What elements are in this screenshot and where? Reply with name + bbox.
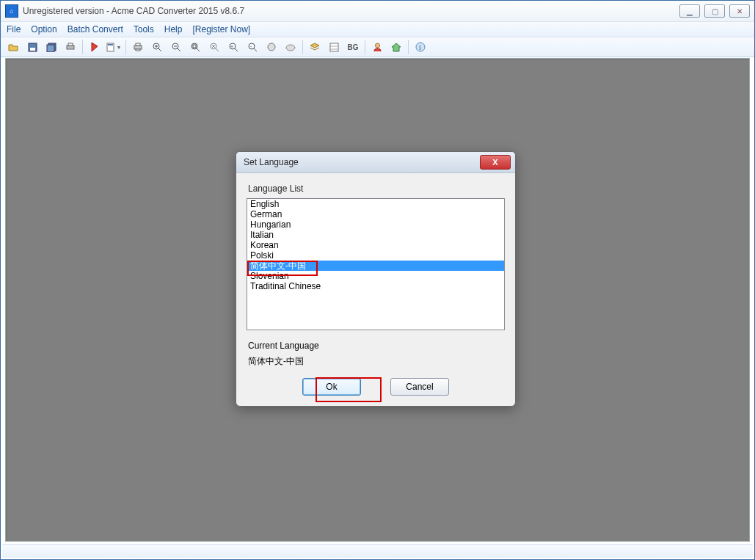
svg-line-24 [235, 48, 238, 51]
svg-line-19 [197, 48, 200, 51]
dialog-title: Set Language [244, 157, 480, 167]
language-option[interactable]: 简体中文-中国 [247, 261, 504, 271]
save-icon[interactable] [23, 38, 41, 56]
bg-label-icon[interactable]: BG [344, 38, 362, 56]
svg-point-18 [192, 43, 197, 49]
dialog-titlebar[interactable]: Set Language X [236, 152, 515, 173]
svg-text:-: - [250, 43, 252, 48]
window-title: Unregistered version - Acme CAD Converte… [23, 6, 679, 16]
svg-rect-20 [193, 45, 196, 48]
menu-help[interactable]: Help [164, 24, 183, 34]
background-icon[interactable] [325, 38, 343, 56]
printer-icon[interactable] [129, 38, 147, 56]
zoom-out2-icon[interactable]: - [244, 38, 261, 56]
svg-point-29 [268, 43, 275, 51]
dialog-close-button[interactable]: X [480, 155, 511, 170]
layers-icon[interactable] [306, 38, 324, 56]
language-option[interactable]: English [247, 199, 504, 209]
home-icon[interactable] [387, 38, 405, 56]
svg-line-12 [158, 48, 161, 51]
open-icon[interactable] [4, 38, 22, 56]
svg-rect-5 [68, 43, 73, 46]
svg-rect-10 [136, 49, 140, 51]
svg-rect-8 [134, 46, 142, 49]
language-listbox[interactable]: EnglishGermanHungarianItalianKoreanPolsk… [247, 198, 505, 330]
svg-rect-9 [136, 43, 140, 46]
language-option[interactable]: Polski [247, 250, 504, 261]
language-option[interactable]: Slovenian [247, 271, 504, 281]
zoom-out-icon[interactable] [167, 38, 185, 56]
svg-rect-1 [30, 48, 35, 51]
app-icon: ⌂ [5, 4, 18, 18]
close-button[interactable]: ✕ [729, 4, 750, 18]
menu-option[interactable]: Option [31, 24, 56, 34]
svg-line-27 [254, 48, 257, 51]
svg-point-30 [286, 45, 295, 51]
print-icon[interactable] [62, 38, 79, 56]
export-dropdown-icon[interactable]: ▼ [105, 38, 123, 56]
svg-point-34 [375, 43, 379, 48]
save-all-icon[interactable] [43, 38, 60, 56]
language-option[interactable]: Italian [247, 230, 504, 240]
cloud-icon[interactable] [282, 38, 299, 56]
current-language-value: 简体中文-中国 [248, 355, 505, 368]
current-language-label: Current Language [248, 341, 505, 351]
svg-rect-31 [330, 43, 338, 51]
svg-rect-7 [108, 44, 113, 46]
user-icon[interactable] [368, 38, 386, 56]
language-option[interactable]: Traditinal Chinese [247, 281, 504, 291]
cancel-button[interactable]: Cancel [390, 378, 449, 396]
minimize-button[interactable]: ▁ [679, 4, 700, 18]
language-option[interactable]: Korean [247, 240, 504, 250]
menu-tools[interactable]: Tools [134, 24, 154, 34]
zoom-in2-icon[interactable]: + [225, 38, 242, 56]
pan-icon[interactable] [263, 38, 280, 56]
language-option[interactable]: German [247, 209, 504, 219]
set-language-dialog: Set Language X Language List EnglishGerm… [236, 151, 516, 407]
menu-file[interactable]: File [7, 24, 21, 34]
app-window: ⌂ Unregistered version - Acme CAD Conver… [0, 0, 755, 560]
statusbar [2, 544, 753, 558]
zoom-in-icon[interactable] [148, 38, 166, 56]
language-option[interactable]: Hungarian [247, 219, 504, 230]
svg-line-22 [216, 48, 219, 51]
zoom-region-icon[interactable] [205, 38, 223, 56]
zoom-fit-icon[interactable] [186, 38, 204, 56]
pdf-icon[interactable] [86, 38, 103, 56]
titlebar: ⌂ Unregistered version - Acme CAD Conver… [1, 1, 754, 21]
maximize-button[interactable]: ▢ [704, 4, 725, 18]
svg-rect-4 [67, 46, 74, 49]
info-icon[interactable]: i [412, 38, 429, 56]
svg-text:+: + [230, 44, 233, 49]
menu-batch-convert[interactable]: Batch Convert [68, 24, 123, 34]
svg-text:i: i [419, 43, 421, 51]
ok-button[interactable]: Ok [302, 378, 361, 396]
window-controls: ▁ ▢ ✕ [679, 4, 750, 18]
menu-register[interactable]: [Register Now] [192, 24, 250, 34]
language-list-label: Language List [248, 183, 505, 194]
svg-line-16 [178, 48, 180, 51]
menubar: File Option Batch Convert Tools Help [Re… [1, 21, 754, 37]
svg-rect-3 [47, 45, 54, 52]
toolbar: ▼ + - BG i [1, 37, 754, 57]
